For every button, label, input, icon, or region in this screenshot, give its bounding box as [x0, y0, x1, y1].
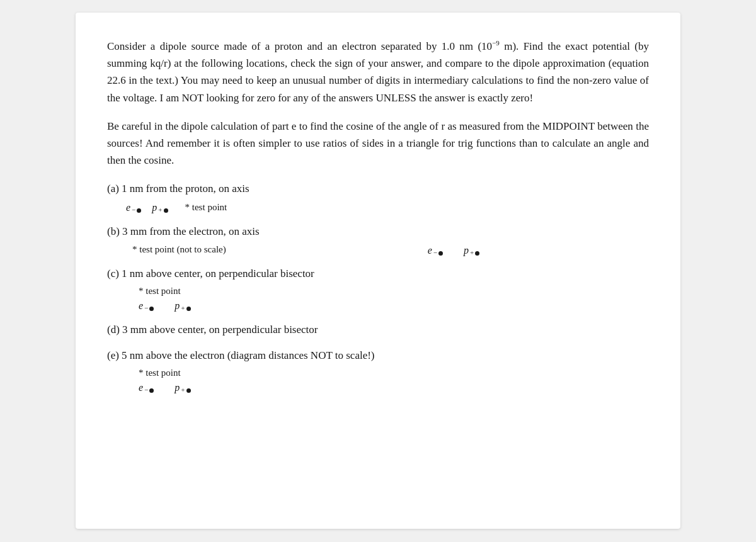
proton-a-letter: p	[152, 202, 157, 213]
electron-a: e −	[126, 202, 141, 213]
section-a-testpoint: * test point	[185, 202, 227, 213]
electron-c-letter: e	[139, 300, 143, 312]
proton-e-dot	[186, 388, 191, 393]
section-d-label: (d) 3 mm above center, on perpendicular …	[107, 321, 649, 338]
proton-a-dot	[164, 208, 168, 213]
electron-e-dot	[149, 388, 154, 393]
proton-e: p +	[175, 382, 190, 393]
section-a-label: (a) 1 nm from the proton, on axis	[107, 180, 649, 197]
proton-c-dot	[186, 307, 191, 311]
electron-a-letter: e	[126, 202, 130, 213]
electron-a-dot	[137, 208, 141, 213]
electron-b-letter: e	[428, 245, 432, 256]
section-b-label: (b) 3 mm from the electron, on axis	[107, 223, 649, 240]
section-b-testpoint: * test point (not to scale)	[132, 244, 226, 255]
section-e-label: (e) 5 nm above the electron (diagram dis…	[107, 347, 649, 364]
intro-paragraph-1: Consider a dipole source made of a proto…	[107, 38, 649, 106]
section-e: (e) 5 nm above the electron (diagram dis…	[107, 347, 649, 394]
proton-c: p +	[175, 300, 190, 312]
electron-c-charge: −	[144, 304, 148, 312]
proton-b-dot	[475, 251, 479, 256]
section-a-diagram: e − p + * test point	[126, 201, 649, 214]
electron-c-dot	[149, 307, 154, 311]
electron-e-charge: −	[144, 386, 148, 393]
proton-a: p +	[152, 202, 168, 213]
section-b: (b) 3 mm from the electron, on axis * te…	[107, 223, 649, 256]
section-c-testpoint: * test point	[139, 286, 649, 296]
electron-b: e −	[428, 245, 443, 256]
electron-e: e −	[139, 382, 154, 393]
section-c-label: (c) 1 nm above center, on perpendicular …	[107, 265, 649, 282]
proton-b-charge: +	[470, 249, 474, 256]
proton-b-letter: p	[464, 245, 469, 256]
section-e-testpoint: * test point	[139, 368, 649, 378]
section-a: (a) 1 nm from the proton, on axis e − p …	[107, 180, 649, 213]
proton-e-charge: +	[181, 386, 185, 393]
intro-paragraph-2: Be careful in the dipole calculation of …	[107, 118, 649, 169]
proton-c-charge: +	[181, 304, 185, 312]
electron-b-dot	[438, 251, 443, 256]
proton-a-charge: +	[158, 206, 162, 213]
proton-b: p +	[464, 245, 479, 256]
electron-a-charge: −	[132, 206, 135, 213]
section-d: (d) 3 mm above center, on perpendicular …	[107, 321, 649, 338]
proton-e-letter: p	[175, 382, 180, 393]
electron-b-charge: −	[433, 249, 437, 256]
electron-c: e −	[139, 300, 154, 312]
electron-e-letter: e	[139, 382, 143, 393]
proton-c-letter: p	[175, 300, 180, 312]
section-c: (c) 1 nm above center, on perpendicular …	[107, 265, 649, 312]
page-container: Consider a dipole source made of a proto…	[76, 13, 680, 529]
